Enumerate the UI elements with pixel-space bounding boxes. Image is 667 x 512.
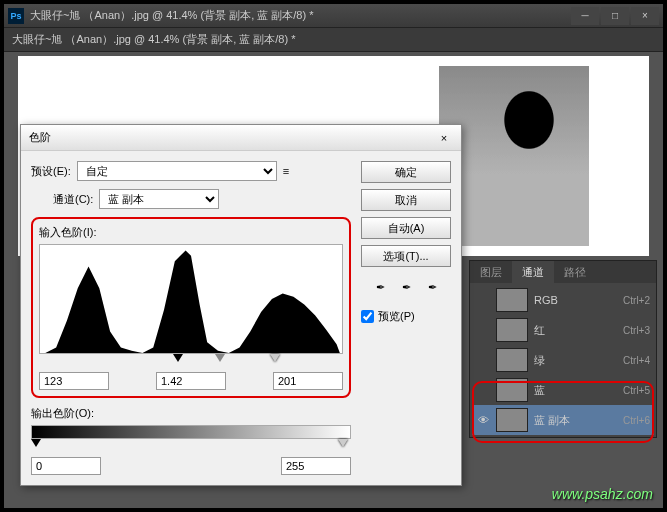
cancel-button[interactable]: 取消 [361,189,451,211]
channel-blue[interactable]: 蓝 Ctrl+5 [472,375,654,405]
tab-layers[interactable]: 图层 [470,261,512,283]
tab-paths[interactable]: 路径 [554,261,596,283]
channel-blue-copy[interactable]: 👁 蓝 副本 Ctrl+6 [472,405,654,435]
out-highlight-input[interactable] [281,457,351,475]
highlight-slider[interactable] [270,354,280,362]
preview-check[interactable] [361,310,374,323]
input-levels-label: 输入色阶(I): [39,226,96,238]
histogram-svg [40,245,342,353]
dialog-title: 色阶 [29,130,51,145]
channel-rgb[interactable]: RGB Ctrl+2 [472,285,654,315]
preset-menu-icon[interactable]: ≡ [283,165,289,177]
channel-thumb [496,348,528,372]
shadow-slider[interactable] [173,354,183,362]
tab-label: 大眼仔~旭 （Anan）.jpg @ 41.4% (背景 副本, 蓝 副本/8)… [12,32,296,47]
output-levels-label: 输出色阶(O): [31,407,94,419]
close-button[interactable]: × [631,7,659,25]
dialog-close-icon[interactable]: × [435,129,453,147]
maximize-button[interactable]: □ [601,7,629,25]
channel-thumb [496,318,528,342]
shadow-input[interactable] [39,372,109,390]
histogram[interactable] [39,244,343,354]
channel-thumb [496,288,528,312]
gray-eyedropper-icon[interactable]: ✒ [396,277,416,297]
out-shadow-input[interactable] [31,457,101,475]
black-eyedropper-icon[interactable]: ✒ [370,277,390,297]
levels-dialog: 色阶 × 预设(E): 自定 ≡ 通道(C): 蓝 副本 [20,124,462,486]
minimize-button[interactable]: ─ [571,7,599,25]
channel-green[interactable]: 绿 Ctrl+4 [472,345,654,375]
ok-button[interactable]: 确定 [361,161,451,183]
watermark: www.psahz.com [552,486,653,502]
preview-checkbox[interactable]: 预览(P) [361,309,451,324]
app-title: 大眼仔~旭 （Anan）.jpg @ 41.4% (背景 副本, 蓝 副本/8)… [30,8,314,23]
dialog-titlebar[interactable]: 色阶 × [21,125,461,151]
ps-icon: Ps [8,8,24,24]
channel-label: 通道(C): [53,192,93,207]
channel-thumb [496,408,528,432]
auto-button[interactable]: 自动(A) [361,217,451,239]
out-shadow-slider[interactable] [31,439,41,447]
document-tab[interactable]: 大眼仔~旭 （Anan）.jpg @ 41.4% (背景 副本, 蓝 副本/8)… [4,28,663,52]
channel-red[interactable]: 红 Ctrl+3 [472,315,654,345]
midtone-input[interactable] [156,372,226,390]
input-levels-group: 输入色阶(I): [31,217,351,398]
output-gradient[interactable] [31,425,351,439]
channels-panel: 图层 通道 路径 RGB Ctrl+2 红 Ctrl+3 绿 Ctrl+4 [469,260,657,438]
tab-channels[interactable]: 通道 [512,261,554,283]
output-sliders[interactable] [31,439,351,451]
out-highlight-slider[interactable] [338,439,348,447]
app-titlebar: Ps 大眼仔~旭 （Anan）.jpg @ 41.4% (背景 副本, 蓝 副本… [4,4,663,28]
channel-select[interactable]: 蓝 副本 [99,189,219,209]
visibility-icon[interactable]: 👁 [476,414,490,426]
white-eyedropper-icon[interactable]: ✒ [422,277,442,297]
preset-label: 预设(E): [31,164,71,179]
options-button[interactable]: 选项(T)... [361,245,451,267]
highlight-input[interactable] [273,372,343,390]
preset-select[interactable]: 自定 [77,161,277,181]
midtone-slider[interactable] [215,354,225,362]
input-sliders[interactable] [39,354,343,366]
channel-list: RGB Ctrl+2 红 Ctrl+3 绿 Ctrl+4 蓝 Ctrl+5 [470,283,656,437]
channel-thumb [496,378,528,402]
